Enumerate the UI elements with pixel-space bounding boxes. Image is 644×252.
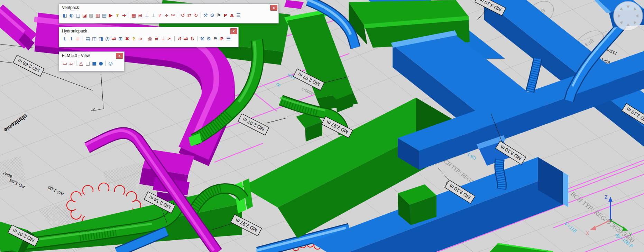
tee-dashed-icon[interactable]: ⊥	[150, 12, 157, 18]
flex-duct-icon[interactable]: ▦	[130, 12, 137, 18]
delete-fitting-icon[interactable]: ▧	[88, 12, 94, 18]
toolbar-separator	[76, 60, 76, 66]
finish-flag-icon[interactable]: ⚑	[215, 12, 222, 18]
delete-duct-icon[interactable]: ◪	[81, 12, 88, 18]
list-icon[interactable]: ☰	[235, 12, 242, 18]
radiator-icon[interactable]: ▤	[84, 36, 91, 42]
cut-pipe-icon[interactable]: ✂	[166, 36, 173, 42]
toolbar-icon-row: ◧◐◫◪▧▥▤▶?➔▦⊞⊥⊥≠÷✂↺⇄↻⚒⚙⚑PA☰	[59, 11, 278, 18]
toolbar-hydronicpack[interactable]: Hydronicpack x LI≡▤◫◨◎⇄⊞✖?➔◎≠÷✂↺⇄↻⚒⚙⚑P☰	[59, 27, 239, 47]
pipe-elbow-icon[interactable]: L	[62, 36, 68, 42]
cut-duct-icon[interactable]: ✂	[170, 12, 176, 18]
rotate-left-icon[interactable]: ↺	[180, 12, 186, 18]
toolbar-flm-view[interactable]: FLM 5.0 - View x ▭▱△□■●◎	[59, 51, 125, 71]
close-icon[interactable]: x	[230, 28, 237, 34]
help-box-icon[interactable]: ?	[130, 36, 137, 42]
flip-icon[interactable]: ⇄	[186, 12, 193, 18]
boiler-icon[interactable]: ◫	[91, 36, 98, 42]
sphere-icon[interactable]: ●	[98, 60, 104, 66]
toolbar-separator	[129, 12, 129, 18]
duct-box-icon[interactable]: ◧	[62, 12, 68, 18]
rotate-left-icon[interactable]: ↺	[176, 36, 183, 42]
help-box-icon[interactable]: ?	[114, 12, 121, 18]
cad-application: B-F3BF3obnizenieAG-1.0560m³AG-1.06NV-1.1…	[0, 0, 644, 252]
ucs-y-label: Y	[629, 232, 632, 237]
connect-pipes-icon[interactable]: ⇄	[111, 36, 117, 42]
grille-icon[interactable]: ▥	[94, 12, 101, 18]
valve-circle-icon[interactable]: ◎	[104, 36, 111, 42]
view-3d-duct-icon[interactable]: ▱	[68, 60, 75, 66]
valve-red-icon[interactable]: ✖	[124, 36, 130, 42]
shrink-pipe-icon[interactable]: ÷	[160, 36, 166, 42]
ahu-unit-icon[interactable]: ◫	[75, 12, 81, 18]
round-duct-icon[interactable]: ◐	[68, 12, 75, 18]
rotate-90-icon[interactable]: ↻	[189, 36, 196, 42]
split-pipe-icon[interactable]: ≠	[153, 36, 160, 42]
wireframe-box-icon[interactable]: □	[84, 60, 91, 66]
drop-duct-icon[interactable]: ⊞	[137, 12, 144, 18]
toolbar-separator	[145, 36, 145, 41]
toolbar-icon-row: ▭▱△□■●◎	[59, 59, 124, 66]
shapes-icon[interactable]: △	[78, 60, 84, 66]
list-icon[interactable]: ☰	[225, 36, 232, 42]
xml-export-icon[interactable]: ➔	[137, 36, 144, 42]
ucs-z-label: Z	[605, 194, 608, 200]
wrench-icon[interactable]: ⚒	[202, 12, 209, 18]
close-icon[interactable]: x	[116, 53, 123, 59]
xml-export-icon[interactable]: ➔	[121, 12, 127, 18]
finish-flag-icon[interactable]: ⚑	[212, 36, 219, 42]
toolbar-ventpack[interactable]: Ventpack x ◧◐◫◪▧▥▤▶?➔▦⊞⊥⊥≠÷✂↺⇄↻⚒⚙⚑PA☰	[59, 3, 279, 23]
ucs-x-label: X	[586, 230, 589, 236]
shrink-duct-icon[interactable]: ÷	[163, 12, 170, 18]
pump-unit-icon[interactable]: ◨	[98, 36, 104, 42]
toolbar-separator	[201, 12, 201, 18]
toolbar-separator	[105, 60, 106, 66]
pipe-riser-icon[interactable]: I	[68, 36, 75, 42]
toolbar-separator	[197, 36, 197, 41]
view-2d-duct-icon[interactable]: ▭	[62, 60, 68, 66]
toolbar-title: Hydronicpack	[59, 27, 238, 35]
tools-icon[interactable]: ⚙	[209, 12, 215, 18]
run-calc-icon[interactable]: ▶	[108, 12, 114, 18]
toolbar-title: Ventpack	[59, 4, 278, 11]
toolbar-title: FLM 5.0 - View	[59, 52, 124, 59]
pipe-levels-icon[interactable]: ≡	[75, 36, 81, 42]
wrench-icon[interactable]: ⚒	[199, 36, 205, 42]
label-p-icon[interactable]: P	[222, 12, 229, 18]
layers-icon[interactable]: ▤	[101, 12, 108, 18]
world-view-icon[interactable]: ◎	[107, 60, 114, 66]
label-p-icon[interactable]: P	[219, 36, 225, 42]
solid-box-icon[interactable]: ■	[91, 60, 98, 66]
split-duct-icon[interactable]: ≠	[157, 12, 163, 18]
navigation-wheel[interactable]	[614, 1, 643, 30]
grid-connect-icon[interactable]: ⊞	[117, 36, 124, 42]
flip-icon[interactable]: ⇄	[183, 36, 189, 42]
rotate-90-icon[interactable]: ↻	[193, 12, 199, 18]
toolbar-separator	[83, 36, 83, 41]
tee-fitting-icon[interactable]: ⊥	[144, 12, 150, 18]
close-icon[interactable]: x	[270, 5, 277, 11]
toolbar-separator	[178, 12, 178, 18]
tools-icon[interactable]: ⚙	[205, 36, 212, 42]
coil-icon[interactable]: ◎	[147, 36, 153, 42]
toolbar-icon-row: LI≡▤◫◨◎⇄⊞✖?➔◎≠÷✂↺⇄↻⚒⚙⚑P☰	[59, 35, 238, 42]
toolbar-separator	[174, 36, 175, 41]
label-a-icon[interactable]: A	[229, 12, 235, 18]
